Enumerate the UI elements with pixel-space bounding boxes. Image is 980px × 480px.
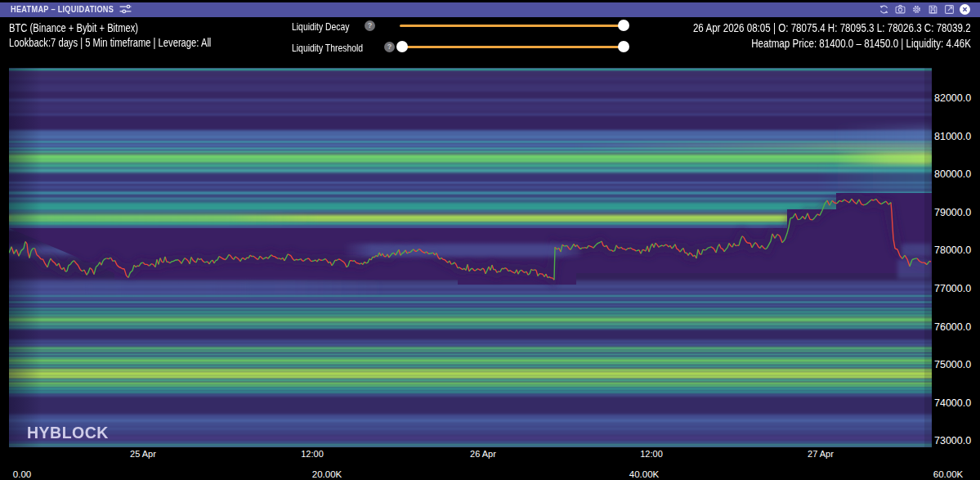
svg-text:HYBLOCK: HYBLOCK [27,424,109,442]
